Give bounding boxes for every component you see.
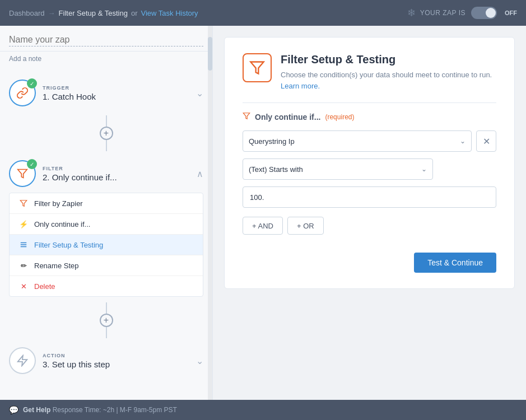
connector-line-1	[106, 115, 107, 127]
or-button[interactable]: + OR	[287, 217, 324, 235]
svg-marker-1	[20, 200, 27, 207]
card-header: Filter Setup & Testing Choose the condit…	[243, 53, 496, 91]
filter-section-icon	[243, 112, 250, 122]
svg-marker-0	[18, 170, 27, 178]
field-select-value: Querystring Ip	[249, 137, 295, 146]
filter-small-icon	[18, 198, 29, 208]
view-task-history-link[interactable]: View Task History	[141, 9, 198, 17]
delete-condition-btn[interactable]: ✕	[476, 130, 496, 152]
step-filter-icon-wrap: ✓	[9, 160, 36, 187]
step-action-info: ACTION 3. Set up this step	[43, 353, 189, 369]
connector-line-2	[106, 302, 107, 314]
footer-text: Get Help Response Time: ~2h | M-F 9am-5p…	[23, 406, 177, 414]
left-scroll-thumb	[208, 37, 212, 71]
action-row: Test & Continue	[243, 248, 496, 273]
card-title: Filter Setup & Testing	[281, 53, 496, 66]
card-subtitle: Choose the condition(s) your data should…	[281, 69, 496, 91]
learn-more-link[interactable]: Learn more.	[281, 82, 320, 90]
breadcrumb: Dashboard → Filter Setup & Testing or Vi…	[9, 9, 403, 17]
breadcrumb-or: or	[131, 9, 138, 17]
step-filter-tag: FILTER	[43, 166, 190, 171]
x-icon: ✕	[18, 281, 29, 291]
sub-item-rename[interactable]: ✏ Rename Step	[10, 255, 203, 276]
step-trigger-info: TRIGGER 1. Catch Hook	[43, 85, 189, 101]
step-filter-badge: ✓	[27, 159, 37, 169]
step-trigger-badge: ✓	[27, 78, 37, 88]
list-icon	[18, 240, 29, 250]
step-filter-expanded: Filter by Zapier ⚡ Only continue if... F…	[9, 193, 203, 297]
sub-label-filter-by-zapier: Filter by Zapier	[34, 199, 194, 208]
svg-marker-6	[250, 62, 263, 74]
toggle-off-label: OFF	[505, 10, 517, 16]
steps-container: ✓ TRIGGER 1. Catch Hook ⌄ +	[0, 68, 212, 400]
step-filter-header[interactable]: ✓ FILTER 2. Only continue if... ∧	[9, 155, 203, 193]
operator-chevron-icon: ⌄	[421, 165, 427, 173]
step-action-icon-wrap	[9, 347, 36, 374]
zap-status-label: YOUR ZAP IS	[420, 9, 466, 17]
header: Dashboard → Filter Setup & Testing or Vi…	[0, 0, 526, 26]
connector-1: +	[0, 112, 212, 155]
step-action-header[interactable]: ACTION 3. Set up this step ⌄	[9, 342, 203, 380]
test-continue-button[interactable]: Test & Continue	[414, 253, 496, 273]
condition-row-1: Querystring Ip ⌄ ✕	[243, 130, 496, 152]
card-divider	[243, 102, 496, 103]
step-trigger-icon-wrap: ✓	[9, 80, 36, 106]
sub-item-filter-by-zapier[interactable]: Filter by Zapier	[10, 193, 203, 214]
zap-name-input[interactable]	[9, 34, 203, 46]
chat-icon: 💬	[9, 405, 18, 414]
step-trigger-header[interactable]: ✓ TRIGGER 1. Catch Hook ⌄	[9, 74, 203, 112]
step-trigger-title: 1. Catch Hook	[43, 92, 189, 101]
step-trigger-chevron: ⌄	[196, 88, 203, 99]
snowflake-icon: ❄	[407, 7, 416, 19]
webhook-icon	[16, 87, 29, 99]
step-action-tag: ACTION	[43, 353, 189, 358]
sub-label-delete: Delete	[34, 282, 194, 291]
footer: 💬 Get Help Response Time: ~2h | M-F 9am-…	[0, 400, 526, 420]
sub-label-only-continue: Only continue if...	[34, 220, 194, 228]
sub-label-rename: Rename Step	[34, 262, 194, 270]
operator-select-value: (Text) Starts with	[249, 165, 303, 174]
add-step-btn-2[interactable]: +	[100, 314, 113, 327]
step-filter-chevron: ∧	[197, 169, 203, 179]
sub-item-filter-setup[interactable]: Filter Setup & Testing	[10, 235, 203, 255]
filter-card: Filter Setup & Testing Choose the condit…	[224, 37, 515, 289]
sub-item-delete[interactable]: ✕ Delete	[10, 276, 203, 296]
pencil-icon: ✏	[18, 260, 29, 270]
card-title-area: Filter Setup & Testing Choose the condit…	[281, 53, 496, 91]
lightning-action-icon	[16, 354, 29, 367]
add-note-label[interactable]: Add a note	[0, 52, 212, 68]
operator-select[interactable]: (Text) Starts with ⌄	[243, 158, 433, 180]
response-info: Response Time: ~2h | M-F 9am-5pm PST	[53, 406, 177, 414]
field-chevron-icon: ⌄	[460, 137, 466, 145]
step-action-title: 3. Set up this step	[43, 360, 189, 369]
header-center: ❄	[407, 7, 416, 19]
add-step-btn-1[interactable]: +	[100, 127, 113, 140]
connector-2: +	[0, 299, 212, 342]
dashboard-link[interactable]: Dashboard	[9, 9, 45, 17]
and-button[interactable]: + AND	[243, 217, 283, 235]
value-input-row	[243, 186, 496, 208]
logic-buttons: + AND + OR	[243, 217, 496, 235]
step-action-chevron: ⌄	[196, 356, 203, 366]
step-filter-title: 2. Only continue if...	[43, 172, 190, 182]
operator-row: (Text) Starts with ⌄	[243, 158, 496, 180]
section-label: Only continue if... (required)	[243, 112, 496, 122]
filter-step-icon	[17, 168, 28, 179]
zap-toggle[interactable]	[471, 7, 497, 19]
step-filter-info: FILTER 2. Only continue if...	[43, 166, 190, 182]
zap-name-area	[0, 26, 212, 52]
lightning-icon: ⚡	[18, 219, 29, 229]
condition-value-input[interactable]	[243, 186, 496, 208]
connector-line-1b	[106, 140, 107, 151]
left-panel: Add a note ✓ TRIGGER 1. Catch Hook	[0, 26, 213, 400]
section-label-text: Only continue if...	[255, 113, 320, 122]
field-select[interactable]: Querystring Ip ⌄	[243, 130, 472, 152]
toggle-knob	[486, 8, 496, 18]
sub-label-filter-setup: Filter Setup & Testing	[34, 241, 194, 249]
step-trigger-tag: TRIGGER	[43, 85, 189, 91]
right-panel: Filter Setup & Testing Choose the condit…	[213, 26, 526, 400]
get-help-label[interactable]: Get Help	[23, 406, 50, 414]
step-filter: ✓ FILTER 2. Only continue if... ∧	[0, 155, 212, 297]
sub-item-only-continue[interactable]: ⚡ Only continue if...	[10, 214, 203, 235]
svg-marker-7	[243, 113, 250, 119]
